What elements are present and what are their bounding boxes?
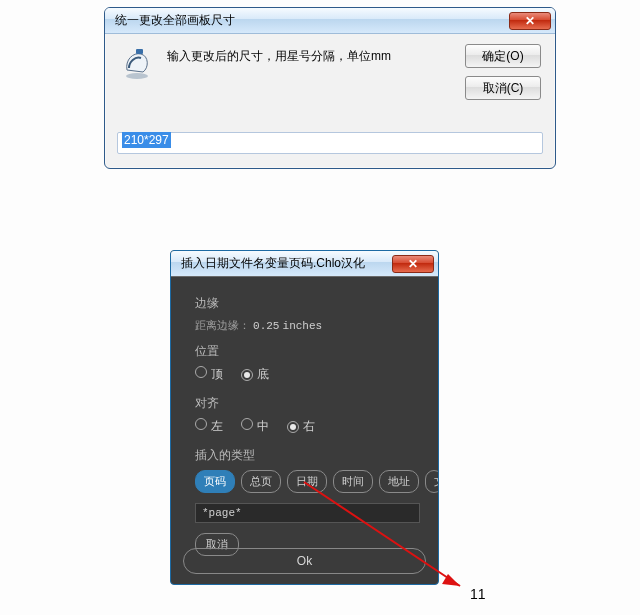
margin-unit: inches bbox=[283, 320, 323, 332]
position-option-label: 底 bbox=[257, 367, 269, 381]
size-input[interactable]: 210*297 bbox=[117, 132, 543, 154]
insert-type-page[interactable]: 页码 bbox=[195, 470, 235, 493]
margin-value[interactable]: 0.25 bbox=[253, 320, 279, 332]
size-input-value: 210*297 bbox=[122, 132, 171, 148]
insert-type-pills: 页码 总页 日期 时间 地址 文件名 bbox=[195, 470, 420, 493]
margin-row: 距离边缘： 0.25 inches bbox=[195, 318, 420, 333]
align-option-label: 中 bbox=[257, 419, 269, 433]
position-option-bottom[interactable]: 底 bbox=[241, 366, 269, 383]
align-option-label: 右 bbox=[303, 419, 315, 433]
insert-type-section-label: 插入的类型 bbox=[195, 447, 420, 464]
radio-icon bbox=[287, 421, 299, 433]
script-icon bbox=[117, 44, 157, 84]
pill-label: 时间 bbox=[342, 475, 364, 487]
dialog2-body: 边缘 距离边缘： 0.25 inches 位置 顶 底 对齐 左 中 右 插入的… bbox=[171, 277, 438, 564]
insert-type-total[interactable]: 总页 bbox=[241, 470, 281, 493]
dialog1-title: 统一更改全部画板尺寸 bbox=[115, 12, 509, 29]
position-section-label: 位置 bbox=[195, 343, 420, 360]
pill-label: 总页 bbox=[250, 475, 272, 487]
svg-point-0 bbox=[126, 73, 148, 79]
svg-marker-3 bbox=[442, 574, 460, 586]
insert-type-date[interactable]: 日期 bbox=[287, 470, 327, 493]
dialog1-close-button[interactable]: ✕ bbox=[509, 12, 551, 30]
dialog2-ok-button[interactable]: Ok bbox=[183, 548, 426, 574]
align-radio-row: 左 中 右 bbox=[195, 418, 420, 435]
ok-label: Ok bbox=[297, 554, 312, 568]
align-option-right[interactable]: 右 bbox=[287, 418, 315, 435]
radio-icon bbox=[195, 418, 207, 430]
size-input-wrap: 210*297 bbox=[117, 132, 543, 154]
pill-label: 页码 bbox=[204, 475, 226, 487]
insert-type-path[interactable]: 地址 bbox=[379, 470, 419, 493]
align-option-center[interactable]: 中 bbox=[241, 418, 269, 435]
align-option-left[interactable]: 左 bbox=[195, 418, 223, 435]
page-number: 11 bbox=[470, 586, 486, 602]
radio-icon bbox=[241, 418, 253, 430]
cancel-button[interactable]: 取消(C) bbox=[465, 76, 541, 100]
pill-label: 文件名 bbox=[434, 475, 439, 487]
radio-icon bbox=[195, 366, 207, 378]
align-section-label: 对齐 bbox=[195, 395, 420, 412]
insert-type-filename[interactable]: 文件名 bbox=[425, 470, 439, 493]
insert-type-time[interactable]: 时间 bbox=[333, 470, 373, 493]
dialog2-title: 插入日期文件名变量页码.Chlo汉化 bbox=[181, 255, 392, 272]
ok-button[interactable]: 确定(O) bbox=[465, 44, 541, 68]
position-option-label: 顶 bbox=[211, 367, 223, 381]
ok-button-label: 确定(O) bbox=[482, 48, 523, 65]
position-radio-row: 顶 底 bbox=[195, 366, 420, 383]
cancel-button-label: 取消(C) bbox=[483, 80, 524, 97]
resize-artboards-dialog: 统一更改全部画板尺寸 ✕ 输入更改后的尺寸，用星号分隔，单位mm 确定(O) 取… bbox=[104, 7, 556, 169]
position-option-top[interactable]: 顶 bbox=[195, 366, 223, 383]
insert-variable-dialog: 插入日期文件名变量页码.Chlo汉化 ✕ 边缘 距离边缘： 0.25 inche… bbox=[170, 250, 439, 585]
close-icon: ✕ bbox=[525, 14, 535, 28]
pill-label: 地址 bbox=[388, 475, 410, 487]
dialog1-titlebar: 统一更改全部画板尺寸 ✕ bbox=[105, 8, 555, 34]
dialog2-close-button[interactable]: ✕ bbox=[392, 255, 434, 273]
dialog1-buttons: 确定(O) 取消(C) bbox=[465, 44, 541, 100]
margin-label: 距离边缘： bbox=[195, 319, 250, 331]
radio-icon bbox=[241, 369, 253, 381]
svg-rect-1 bbox=[136, 49, 143, 54]
align-option-label: 左 bbox=[211, 419, 223, 433]
dialog1-body: 输入更改后的尺寸，用星号分隔，单位mm 确定(O) 取消(C) 210*297 bbox=[105, 34, 555, 168]
dialog2-titlebar: 插入日期文件名变量页码.Chlo汉化 ✕ bbox=[171, 251, 438, 277]
prompt-text: 输入更改后的尺寸，用星号分隔，单位mm bbox=[167, 44, 391, 65]
pattern-input[interactable] bbox=[195, 503, 420, 523]
margin-section-label: 边缘 bbox=[195, 295, 420, 312]
pill-label: 日期 bbox=[296, 475, 318, 487]
close-icon: ✕ bbox=[408, 257, 418, 271]
